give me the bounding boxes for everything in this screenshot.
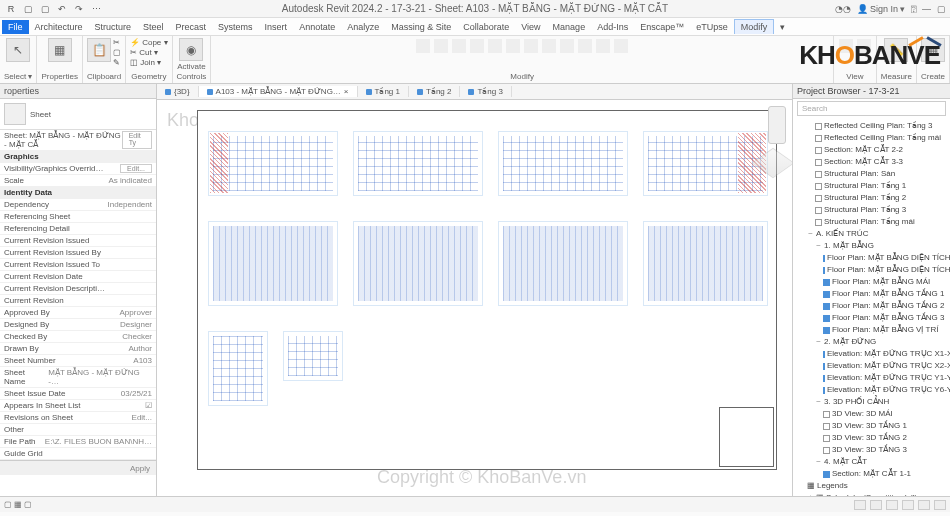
mirror-icon[interactable] bbox=[488, 39, 502, 53]
prop-visibility[interactable]: Visibility/Graphics Overrid…Edit... bbox=[0, 163, 156, 175]
tab-analyze[interactable]: Analyze bbox=[341, 20, 385, 34]
tab-file[interactable]: File bbox=[2, 20, 29, 34]
scale-icon[interactable] bbox=[542, 39, 556, 53]
tree-item[interactable]: −2. MẶT ĐỨNG bbox=[793, 336, 950, 348]
tree-item[interactable]: Floor Plan: MẶT BẰNG TẦNG 3 bbox=[793, 312, 950, 324]
tree-item[interactable]: Section: MẶT CẮT 1-1 bbox=[793, 468, 950, 480]
cut-button[interactable]: ✂ Cut ▾ bbox=[130, 48, 167, 57]
split-icon[interactable] bbox=[506, 39, 520, 53]
prop-row[interactable]: File PathE:\Z. FILES BUON BAN\NH… bbox=[0, 436, 156, 448]
tree-item[interactable]: Elevation: MẶT ĐỨNG TRỤC X1-X2 bbox=[793, 348, 950, 360]
tree-item[interactable]: Elevation: MẶT ĐỨNG TRỤC X2-X1 bbox=[793, 360, 950, 372]
modify-tool-icon[interactable]: ↖ bbox=[6, 38, 30, 62]
tab-extra[interactable]: ▾ bbox=[774, 20, 791, 34]
status-icon[interactable] bbox=[870, 500, 882, 510]
align-icon[interactable] bbox=[578, 39, 592, 53]
prop-row[interactable]: Referencing Detail bbox=[0, 223, 156, 235]
close-tab-icon[interactable]: × bbox=[344, 87, 349, 96]
tree-item[interactable]: Elevation: MẶT ĐỨNG TRỤC Y1-Y6 bbox=[793, 372, 950, 384]
tree-item[interactable]: Floor Plan: MẶT BẰNG TẦNG 2 bbox=[793, 300, 950, 312]
edit-type-button[interactable]: Edit Ty bbox=[122, 131, 152, 149]
prop-row[interactable]: Sheet Issue Date03/25/21 bbox=[0, 388, 156, 400]
browser-search-input[interactable]: Search bbox=[797, 101, 946, 116]
view-tab-3d[interactable]: {3D} bbox=[157, 86, 199, 97]
tree-item[interactable]: −4. MẶT CẮT bbox=[793, 456, 950, 468]
prop-row[interactable]: Current Revision Descripti… bbox=[0, 283, 156, 295]
tree-item[interactable]: Section: MẶT CẮT 3-3 bbox=[793, 156, 950, 168]
prop-row[interactable]: Revisions on SheetEdit... bbox=[0, 412, 156, 424]
tree-item[interactable]: −A. KIẾN TRÚC bbox=[793, 228, 950, 240]
tab-annotate[interactable]: Annotate bbox=[293, 20, 341, 34]
tree-item[interactable]: Section: MẶT CẮT 2-2 bbox=[793, 144, 950, 156]
tab-enscape[interactable]: Enscape™ bbox=[634, 20, 690, 34]
prop-row[interactable]: Current Revision Date bbox=[0, 271, 156, 283]
offset-icon[interactable] bbox=[560, 39, 574, 53]
match-icon[interactable]: ✎ bbox=[113, 58, 121, 67]
tree-item[interactable]: Structural Plan: Sàn bbox=[793, 168, 950, 180]
tree-item[interactable]: Reflected Ceiling Plan: Tầng mái bbox=[793, 132, 950, 144]
tree-item[interactable]: +▦Schedules/Quantities (all) bbox=[793, 492, 950, 496]
prop-row[interactable]: Sheet NumberA103 bbox=[0, 355, 156, 367]
qat-more-icon[interactable]: ⋯ bbox=[89, 2, 103, 16]
tree-item[interactable]: Reflected Ceiling Plan: Tầng 3 bbox=[793, 120, 950, 132]
prop-row[interactable]: Current Revision Issued By bbox=[0, 247, 156, 259]
activate-icon[interactable]: ◉ bbox=[179, 38, 203, 61]
prop-row[interactable]: Current Revision Issued bbox=[0, 235, 156, 247]
paste-icon[interactable]: 📋 bbox=[87, 38, 111, 62]
prop-row[interactable]: Appears In Sheet List☑ bbox=[0, 400, 156, 412]
view-tab-tang1[interactable]: Tầng 1 bbox=[358, 86, 409, 97]
stair-detail[interactable] bbox=[208, 331, 268, 406]
prop-row[interactable]: Designed ByDesigner bbox=[0, 319, 156, 331]
pin-icon[interactable] bbox=[596, 39, 610, 53]
tab-steel[interactable]: Steel bbox=[137, 20, 170, 34]
copy-icon[interactable]: ▢ bbox=[113, 48, 121, 57]
join-button[interactable]: ◫ Join ▾ bbox=[130, 58, 167, 67]
prop-row[interactable]: Current Revision bbox=[0, 295, 156, 307]
roof-plan[interactable] bbox=[283, 331, 343, 381]
qat-open-icon[interactable]: ▢ bbox=[21, 2, 35, 16]
maximize-icon[interactable]: ▢ bbox=[937, 4, 946, 14]
tab-massing[interactable]: Massing & Site bbox=[385, 20, 457, 34]
tree-item[interactable]: ▦Legends bbox=[793, 480, 950, 492]
tree-item[interactable]: Structural Plan: Tầng 3 bbox=[793, 204, 950, 216]
tree-item[interactable]: Elevation: MẶT ĐỨNG TRỤC Y6-Y1 bbox=[793, 384, 950, 396]
tree-item[interactable]: Floor Plan: MẶT BẰNG MÁI bbox=[793, 276, 950, 288]
qat-undo-icon[interactable]: ↶ bbox=[55, 2, 69, 16]
tree-item[interactable]: 3D View: 3D TẦNG 2 bbox=[793, 432, 950, 444]
status-icon[interactable] bbox=[934, 500, 946, 510]
cope-button[interactable]: ⚡ Cope ▾ bbox=[130, 38, 167, 47]
qat-redo-icon[interactable]: ↷ bbox=[72, 2, 86, 16]
tab-systems[interactable]: Systems bbox=[212, 20, 259, 34]
signin-button[interactable]: 👤 Sign In ▾ bbox=[857, 4, 905, 14]
browser-tree[interactable]: Reflected Ceiling Plan: Tầng 3Reflected … bbox=[793, 118, 950, 496]
move-icon[interactable] bbox=[416, 39, 430, 53]
prop-row[interactable]: Approved ByApprover bbox=[0, 307, 156, 319]
properties-icon[interactable]: ▦ bbox=[48, 38, 72, 62]
drawing-canvas[interactable]: KhoBanVe.vn C bbox=[157, 100, 792, 496]
tab-etupse[interactable]: eTUpse bbox=[690, 20, 734, 34]
copy-tool-icon[interactable] bbox=[434, 39, 448, 53]
tree-item[interactable]: Floor Plan: MẶT BẰNG DIỆN TÍCH SỬ bbox=[793, 264, 950, 276]
tree-item[interactable]: Floor Plan: MẶT BẰNG VỊ TRÍ bbox=[793, 324, 950, 336]
status-icon[interactable] bbox=[918, 500, 930, 510]
type-selector[interactable]: Sheet bbox=[0, 99, 156, 130]
tab-insert[interactable]: Insert bbox=[259, 20, 294, 34]
tree-item[interactable]: −1. MẶT BẰNG bbox=[793, 240, 950, 252]
view-tab-tang2[interactable]: Tầng 2 bbox=[409, 86, 460, 97]
elevation-2[interactable] bbox=[353, 221, 483, 306]
tab-precast[interactable]: Precast bbox=[170, 20, 213, 34]
delete-icon[interactable] bbox=[614, 39, 628, 53]
tree-item[interactable]: 3D View: 3D MÁI bbox=[793, 408, 950, 420]
floor-plan-2[interactable] bbox=[353, 131, 483, 196]
tree-item[interactable]: −3. 3D PHỐI CẢNH bbox=[793, 396, 950, 408]
tree-item[interactable]: Floor Plan: MẶT BẰNG TẦNG 1 bbox=[793, 288, 950, 300]
tab-view[interactable]: View bbox=[515, 20, 546, 34]
navigation-bar[interactable] bbox=[768, 106, 786, 144]
tree-item[interactable]: 3D View: 3D TẦNG 1 bbox=[793, 420, 950, 432]
prop-row[interactable]: Checked ByChecker bbox=[0, 331, 156, 343]
qat-save-icon[interactable]: ▢ bbox=[38, 2, 52, 16]
floor-plan-3[interactable] bbox=[498, 131, 628, 196]
tree-item[interactable]: Floor Plan: MẶT BẰNG DIỆN TÍCH PHÒI bbox=[793, 252, 950, 264]
search-icon[interactable]: ◔◔ bbox=[835, 4, 851, 14]
prop-row[interactable]: DependencyIndependent bbox=[0, 199, 156, 211]
